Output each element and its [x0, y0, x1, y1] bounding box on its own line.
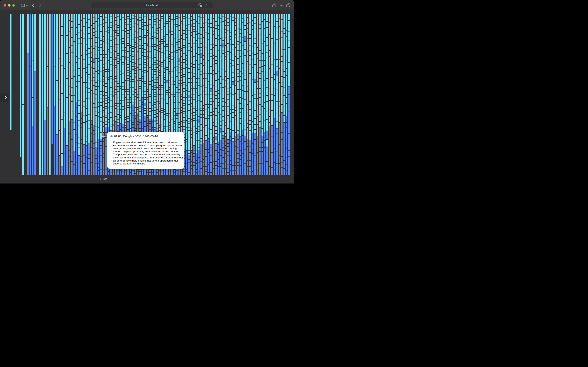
- crash-cell[interactable]: [115, 122, 117, 125]
- crash-cell[interactable]: [120, 46, 122, 48]
- crash-cell[interactable]: [286, 127, 288, 135]
- crash-cell[interactable]: [191, 162, 192, 165]
- crash-cell[interactable]: [120, 104, 122, 106]
- crash-cell[interactable]: [232, 29, 234, 32]
- crash-cell[interactable]: [218, 76, 219, 79]
- crash-cell[interactable]: [237, 148, 239, 153]
- crash-cell[interactable]: [125, 75, 126, 78]
- crash-cell[interactable]: [210, 67, 212, 69]
- crash-cell[interactable]: [176, 85, 178, 87]
- crash-cell[interactable]: [203, 88, 205, 92]
- crash-cell[interactable]: [142, 124, 143, 126]
- minimize-window-button[interactable]: [8, 4, 10, 7]
- crash-cell[interactable]: [213, 25, 214, 27]
- crash-cell[interactable]: [174, 25, 175, 28]
- crash-cell[interactable]: [205, 79, 207, 82]
- crash-cell[interactable]: [205, 25, 207, 29]
- crash-cell[interactable]: [147, 26, 148, 28]
- crash-cell[interactable]: [139, 67, 141, 69]
- crash-cell[interactable]: [120, 81, 122, 84]
- crash-cell[interactable]: [118, 20, 119, 23]
- crash-cell[interactable]: [203, 160, 205, 162]
- crash-cell[interactable]: [127, 60, 129, 62]
- crash-cell[interactable]: [193, 146, 195, 148]
- crash-cell[interactable]: [56, 81, 58, 134]
- crash-cell[interactable]: [174, 33, 175, 35]
- crash-cell[interactable]: [193, 124, 195, 127]
- year-column-1995[interactable]: [222, 14, 224, 175]
- crash-cell[interactable]: [108, 52, 109, 55]
- crash-cell[interactable]: [113, 25, 114, 28]
- crash-cell[interactable]: [134, 41, 136, 42]
- crash-cell[interactable]: [125, 59, 126, 62]
- crash-cell[interactable]: [220, 90, 222, 95]
- crash-cell[interactable]: [193, 168, 195, 172]
- year-column-1985[interactable]: [198, 14, 200, 175]
- crash-cell[interactable]: [254, 79, 256, 83]
- crash-cell[interactable]: [103, 111, 104, 113]
- crash-cell[interactable]: [161, 113, 163, 115]
- crash-cell[interactable]: [166, 16, 168, 19]
- crash-cell[interactable]: [144, 28, 146, 30]
- crash-cell[interactable]: [93, 167, 95, 170]
- crash-cell[interactable]: [252, 100, 253, 107]
- crash-cell[interactable]: [91, 109, 92, 115]
- crash-cell[interactable]: [120, 110, 122, 113]
- crash-cell[interactable]: [147, 20, 148, 22]
- crash-cell[interactable]: [178, 26, 180, 28]
- crash-cell[interactable]: [254, 161, 256, 166]
- crash-cell[interactable]: [286, 149, 288, 157]
- crash-cell[interactable]: [76, 63, 78, 67]
- crash-cell[interactable]: [176, 114, 178, 115]
- crash-cell[interactable]: [244, 125, 246, 129]
- crash-cell[interactable]: [83, 123, 85, 128]
- crash-cell[interactable]: [181, 57, 183, 59]
- crash-cell[interactable]: [240, 159, 241, 166]
- crash-cell[interactable]: [191, 117, 192, 119]
- crash-cell[interactable]: [266, 152, 268, 161]
- crash-cell[interactable]: [222, 74, 224, 77]
- crash-cell[interactable]: [230, 75, 231, 78]
- crash-cell[interactable]: [144, 106, 146, 108]
- crash-cell[interactable]: [176, 95, 178, 97]
- crash-cell[interactable]: [232, 18, 234, 20]
- crash-cell[interactable]: [230, 40, 231, 44]
- crash-cell[interactable]: [120, 43, 122, 45]
- crash-cell[interactable]: [284, 72, 285, 77]
- crash-cell[interactable]: [149, 170, 151, 172]
- crash-cell[interactable]: [144, 109, 146, 110]
- crash-cell[interactable]: [174, 73, 175, 76]
- crash-cell[interactable]: [208, 57, 210, 60]
- crash-cell[interactable]: [176, 19, 178, 22]
- crash-cell[interactable]: [91, 77, 92, 80]
- crash-cell[interactable]: [176, 43, 178, 44]
- crash-cell[interactable]: [264, 148, 266, 153]
- crash-cell[interactable]: [240, 14, 241, 18]
- crash-cell[interactable]: [144, 68, 146, 70]
- crash-cell[interactable]: [279, 60, 280, 69]
- crash-cell[interactable]: [71, 66, 73, 73]
- crash-cell[interactable]: [118, 59, 119, 61]
- crash-cell[interactable]: [103, 71, 104, 73]
- crash-cell[interactable]: [210, 34, 212, 38]
- crash-cell[interactable]: [122, 127, 124, 130]
- crash-cell[interactable]: [71, 96, 73, 101]
- crash-cell[interactable]: [188, 115, 190, 118]
- crash-cell[interactable]: [147, 14, 148, 17]
- crash-cell[interactable]: [132, 29, 134, 31]
- crash-cell[interactable]: [105, 55, 107, 57]
- crash-cell[interactable]: [95, 87, 97, 89]
- crash-cell[interactable]: [186, 82, 187, 85]
- crash-cell[interactable]: [157, 68, 158, 70]
- crash-cell[interactable]: [100, 94, 102, 99]
- crash-cell[interactable]: [237, 29, 239, 32]
- crash-cell[interactable]: [130, 103, 131, 105]
- crash-cell[interactable]: [161, 119, 163, 122]
- crash-cell[interactable]: [130, 77, 131, 79]
- crash-cell[interactable]: [230, 148, 231, 152]
- crash-cell[interactable]: [213, 142, 214, 145]
- crash-cell[interactable]: [203, 46, 205, 50]
- crash-cell[interactable]: [201, 128, 202, 130]
- crash-cell[interactable]: [166, 116, 168, 117]
- crash-cell[interactable]: [159, 14, 161, 16]
